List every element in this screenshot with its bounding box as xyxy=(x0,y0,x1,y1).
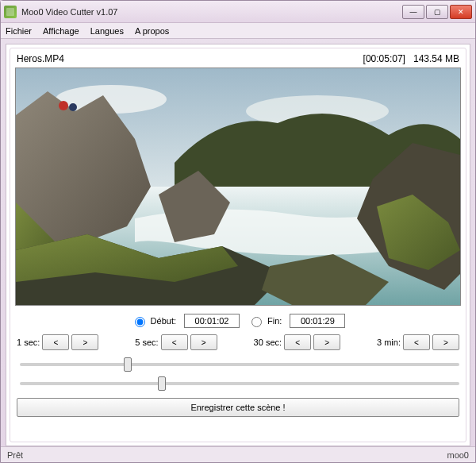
jog-3min-fwd-button[interactable]: > xyxy=(432,334,459,350)
menu-file[interactable]: Fichier xyxy=(6,26,32,36)
minimize-button[interactable]: — xyxy=(402,5,424,19)
menu-about[interactable]: A propos xyxy=(135,26,169,36)
file-name: Heros.MP4 xyxy=(17,53,64,64)
jog-5sec-label: 5 sec: xyxy=(135,338,158,347)
jog-3min-back-button[interactable]: < xyxy=(403,334,430,350)
titlebar[interactable]: Moo0 Video Cutter v1.07 — ▢ ✕ xyxy=(1,1,475,23)
svg-point-4 xyxy=(59,101,68,110)
end-label: Fin: xyxy=(267,316,282,326)
record-scene-button[interactable]: Enregistrer cette scène ! xyxy=(17,398,459,417)
jog-30sec-label: 30 sec: xyxy=(254,338,282,347)
file-size: 143.54 MB xyxy=(413,53,459,64)
controls: Début: Fin: 1 sec: < > xyxy=(15,306,461,419)
menubar: Fichier Affichage Langues A propos xyxy=(1,23,475,39)
jog-1sec-label: 1 sec: xyxy=(17,338,40,347)
start-time-input[interactable] xyxy=(184,314,240,328)
file-duration: [00:05:07] xyxy=(363,53,405,64)
time-row: Début: Fin: xyxy=(15,314,461,328)
file-info-row: Heros.MP4 [00:05:07] 143.54 MB xyxy=(15,53,461,68)
start-slider[interactable] xyxy=(20,363,459,366)
jog-5sec-back-button[interactable]: < xyxy=(161,334,188,350)
start-radio-wrap[interactable]: Début: xyxy=(131,314,176,327)
end-radio[interactable] xyxy=(251,317,262,327)
close-button[interactable]: ✕ xyxy=(450,5,472,19)
jog-3min-label: 3 min: xyxy=(377,338,401,347)
start-label: Début: xyxy=(151,316,176,326)
end-slider[interactable] xyxy=(20,382,459,385)
end-radio-wrap[interactable]: Fin: xyxy=(248,314,282,327)
maximize-button[interactable]: ▢ xyxy=(426,5,448,19)
app-window: Moo0 Video Cutter v1.07 — ▢ ✕ Fichier Af… xyxy=(0,0,476,463)
status-right: moo0 xyxy=(447,450,469,460)
jog-5sec-fwd-button[interactable]: > xyxy=(190,334,217,350)
client-area: Heros.MP4 [00:05:07] 143.54 MB xyxy=(6,44,470,446)
video-preview[interactable] xyxy=(15,68,461,306)
jog-30sec-back-button[interactable]: < xyxy=(284,334,311,350)
app-icon xyxy=(4,6,17,18)
jog-1sec-fwd-button[interactable]: > xyxy=(71,334,98,350)
window-title: Moo0 Video Cutter v1.07 xyxy=(21,7,402,17)
status-left: Prêt xyxy=(7,450,23,460)
menu-view[interactable]: Affichage xyxy=(43,26,79,36)
menu-languages[interactable]: Langues xyxy=(90,26,124,36)
jog-row: 1 sec: < > 5 sec: < > 30 sec: < > xyxy=(15,334,461,350)
statusbar: Prêt moo0 xyxy=(1,446,475,462)
end-time-input[interactable] xyxy=(290,314,345,328)
window-buttons: — ▢ ✕ xyxy=(402,5,472,19)
jog-1sec-back-button[interactable]: < xyxy=(42,334,69,350)
jog-30sec-fwd-button[interactable]: > xyxy=(313,334,340,350)
inner-panel: Heros.MP4 [00:05:07] 143.54 MB xyxy=(10,48,466,442)
start-radio[interactable] xyxy=(135,317,145,327)
svg-point-5 xyxy=(69,103,77,111)
